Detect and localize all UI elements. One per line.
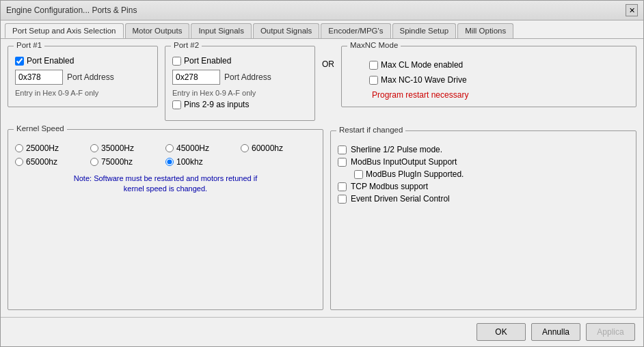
port1-enabled-label[interactable]: Port Enabled (15, 56, 74, 66)
cancel-button[interactable]: Annulla (531, 323, 580, 341)
event-driven-label[interactable]: Event Driven Serial Control (338, 194, 629, 204)
port2-pins-row: Pins 2-9 as inputs (172, 100, 308, 109)
tab-encoder-mpg[interactable]: Encoder/MPG's (321, 23, 390, 38)
bottom-row: Kernel Speed 25000Hz 35000Hz 45000Hz (8, 126, 636, 310)
kernel-75k[interactable]: 75000hz (90, 157, 165, 167)
maxnc-wave-label[interactable]: Max NC-10 Wave Drive (349, 75, 629, 85)
close-button[interactable]: ✕ (626, 4, 638, 16)
kernel-100k-radio[interactable] (165, 158, 174, 166)
kernel-note-line1: Note: Software must be restarted and mot… (15, 174, 316, 184)
kernel-60k[interactable]: 60000hz (241, 143, 316, 153)
kernel-35k-radio[interactable] (90, 144, 98, 152)
port2-group: Port #2 Port Enabled Port Address Entry … (165, 46, 315, 121)
restart-group: Restart if changed Sherline 1/2 Pulse mo… (330, 130, 636, 310)
port2-hex-note: Entry in Hex 0-9 A-F only (172, 89, 308, 97)
maxnc-cl-label[interactable]: Max CL Mode enabled (349, 60, 629, 70)
modbus-plugin-label[interactable]: ModBus PlugIn Supported. (354, 169, 464, 179)
tab-port-setup[interactable]: Port Setup and Axis Selection (5, 23, 124, 38)
or-separator: OR (322, 46, 334, 69)
tab-spindle-setup[interactable]: Spindle Setup (392, 23, 457, 38)
kernel-100k[interactable]: 100khz (165, 157, 241, 167)
modbus-io-text: ModBus InputOutput Support (351, 157, 457, 167)
port1-enabled-text: Port Enabled (27, 56, 74, 66)
kernel-group: Kernel Speed 25000Hz 35000Hz 45000Hz (8, 129, 323, 310)
tab-mill-options[interactable]: Mill Options (457, 23, 513, 38)
port1-address-label: Port Address (67, 72, 114, 82)
kernel-35k[interactable]: 35000Hz (90, 143, 165, 153)
modbus-io-label[interactable]: ModBus InputOutput Support (338, 157, 629, 167)
port2-pins-checkbox[interactable] (172, 100, 181, 109)
kernel-45k[interactable]: 45000Hz (165, 143, 241, 153)
port2-pins-label[interactable]: Pins 2-9 as inputs (172, 100, 249, 109)
port2-enabled-checkbox[interactable] (172, 57, 181, 66)
footer: OK Annulla Applica (1, 317, 643, 346)
modbus-io-checkbox[interactable] (338, 158, 347, 167)
port1-enabled-row: Port Enabled (15, 56, 150, 66)
tab-input-signals[interactable]: Input Signals (191, 23, 252, 38)
port1-group: Port #1 Port Enabled Port Address Entry … (8, 46, 158, 107)
maxnc-wave-checkbox[interactable] (369, 76, 378, 85)
port1-address-input[interactable] (15, 70, 63, 85)
restart-title: Restart if changed (336, 126, 405, 134)
maxnc-cl-checkbox[interactable] (369, 61, 378, 70)
ok-button[interactable]: OK (477, 323, 526, 341)
title-bar: Engine Configuration... Ports & Pins ✕ (1, 1, 643, 20)
sherline-checkbox[interactable] (338, 145, 347, 154)
port2-title: Port #2 (171, 41, 202, 49)
kernel-65k-radio[interactable] (15, 158, 23, 166)
port1-title: Port #1 (14, 41, 44, 49)
port2-address-row: Port Address (172, 70, 308, 85)
content-area: Port #1 Port Enabled Port Address Entry … (1, 39, 643, 317)
maxnc-group: MaxNC Mode Max CL Mode enabled Max NC-10… (341, 46, 636, 107)
kernel-60k-radio[interactable] (241, 144, 249, 152)
modbus-plugin-text: ModBus PlugIn Supported. (366, 169, 464, 179)
modbus-plugin-row: ModBus PlugIn Supported. (354, 169, 629, 179)
tab-output-signals[interactable]: Output Signals (253, 23, 319, 38)
kernel-75k-radio[interactable] (90, 158, 98, 166)
port2-pins-text: Pins 2-9 as inputs (184, 100, 249, 109)
tcp-modbus-checkbox[interactable] (338, 182, 347, 191)
port2-enabled-text: Port Enabled (184, 56, 231, 66)
main-window: Engine Configuration... Ports & Pins ✕ P… (0, 0, 644, 347)
port1-enabled-checkbox[interactable] (15, 57, 24, 66)
port2-enabled-row: Port Enabled (172, 56, 308, 66)
top-row: Port #1 Port Enabled Port Address Entry … (8, 46, 636, 121)
port2-enabled-label[interactable]: Port Enabled (172, 56, 231, 66)
event-driven-text: Event Driven Serial Control (351, 194, 450, 204)
kernel-25k[interactable]: 25000Hz (15, 143, 90, 153)
window-title: Engine Configuration... Ports & Pins (6, 5, 137, 15)
maxnc-wave-text: Max NC-10 Wave Drive (381, 75, 467, 85)
tab-bar: Port Setup and Axis Selection Motor Outp… (1, 20, 643, 39)
sherline-label[interactable]: Sherline 1/2 Pulse mode. (338, 145, 629, 154)
kernel-65k[interactable]: 65000hz (15, 157, 90, 167)
tcp-modbus-label[interactable]: TCP Modbus support (338, 182, 629, 191)
port2-address-label: Port Address (224, 72, 271, 82)
maxnc-title: MaxNC Mode (347, 41, 401, 49)
tab-motor-outputs[interactable]: Motor Outputs (125, 23, 190, 38)
apply-button[interactable]: Applica (586, 323, 635, 341)
modbus-plugin-checkbox[interactable] (354, 170, 363, 179)
port2-address-input[interactable] (172, 70, 220, 85)
kernel-25k-radio[interactable] (15, 144, 23, 152)
program-restart-text: Program restart necessary (351, 90, 629, 100)
sherline-text: Sherline 1/2 Pulse mode. (351, 145, 442, 154)
kernel-title: Kernel Speed (14, 124, 67, 133)
event-driven-checkbox[interactable] (338, 195, 347, 204)
port1-hex-note: Entry in Hex 0-9 A-F only (15, 89, 150, 97)
kernel-note-line2: kernel speed is changed. (15, 184, 316, 194)
kernel-45k-radio[interactable] (165, 144, 174, 152)
port1-address-row: Port Address (15, 70, 150, 85)
maxnc-cl-text: Max CL Mode enabled (381, 60, 463, 70)
tcp-modbus-text: TCP Modbus support (351, 182, 428, 191)
